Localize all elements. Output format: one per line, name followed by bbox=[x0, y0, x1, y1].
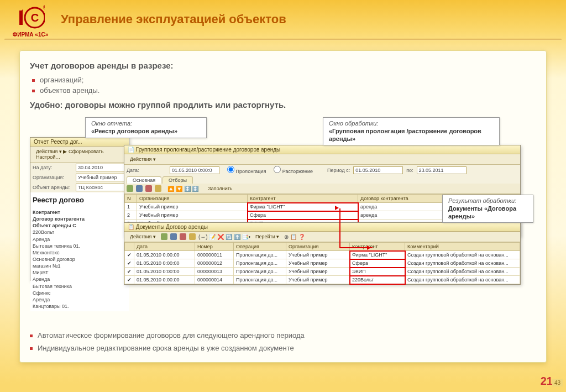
radio-terminate[interactable] bbox=[274, 166, 281, 173]
report-tree[interactable]: КонтрагентДоговор контрагента Объект аре… bbox=[30, 207, 129, 311]
callout-result: Результат обработки: Документы «Договора… bbox=[442, 195, 533, 223]
page-number-total: 43 bbox=[552, 379, 563, 386]
window-documents: 📋 Документы Договор аренды Действия ▾ (↔… bbox=[124, 222, 521, 285]
intro-item: организаций; bbox=[32, 75, 536, 85]
screenshots: Окно отчета: «Реестр договоров аренды» О… bbox=[30, 117, 536, 289]
tab-main[interactable]: Основная bbox=[127, 176, 161, 184]
callout-report: Окно отчета: «Реестр договоров аренды» bbox=[85, 117, 207, 138]
window-toolbar[interactable]: Действия ▾ ▶ Сформировать Настрой… bbox=[30, 147, 129, 163]
svg-text:®: ® bbox=[43, 5, 45, 11]
red-connector bbox=[339, 208, 340, 247]
window-title[interactable]: Отчет Реестр дог... bbox=[30, 138, 129, 147]
bullet-item: Индивидуальное редактирование срока арен… bbox=[30, 342, 536, 354]
window-title[interactable]: 📄 Групповая пролонгация/расторжение дого… bbox=[124, 145, 520, 154]
window-title[interactable]: 📋 Документы Договор аренды bbox=[124, 223, 520, 232]
page-number: 21 bbox=[541, 375, 553, 388]
bullet-item: Автоматическое формирование договоров дл… bbox=[30, 329, 536, 342]
radio-prolong[interactable] bbox=[227, 166, 234, 173]
table-row: ✔01.05.2010 0:00:00000000014Пролонгация … bbox=[125, 276, 520, 284]
copy-icon[interactable] bbox=[189, 233, 196, 240]
edit-icon[interactable] bbox=[170, 233, 177, 240]
goto-button[interactable]: Перейти ▾ bbox=[252, 233, 282, 241]
window-toolbar[interactable]: Действия ▾ bbox=[124, 154, 520, 165]
intro-item: объектов аренды. bbox=[32, 85, 536, 96]
tabs: Основная Отборы bbox=[124, 176, 520, 184]
slide-title: Управление эксплуатацией объектов bbox=[61, 12, 566, 27]
edit-icon[interactable] bbox=[136, 185, 143, 192]
del-icon[interactable] bbox=[145, 185, 152, 192]
documents-grid[interactable]: ДатаНомерОперацияОрганизацияКонтрагентКо… bbox=[124, 242, 520, 284]
logo-text: ФИРМА «1С» bbox=[0, 32, 61, 38]
bottom-bullets: Автоматическое формирование договоров дл… bbox=[30, 329, 536, 354]
red-connector bbox=[339, 247, 373, 248]
convenient-text: Удобно: договоры можно группой продлить … bbox=[30, 100, 536, 109]
table-row: ✔01.05.2010 0:00:00000000011Пролонгация … bbox=[125, 251, 520, 259]
slide-header: С ® ФИРМА «1С» Управление эксплуатацией … bbox=[0, 0, 566, 39]
del-icon[interactable] bbox=[180, 233, 186, 240]
window-toolbar[interactable]: Действия ▾ (↔) 📝 ❌ 🔃 ⬆️ 📑• Перейти ▾ ⊕ 📋… bbox=[124, 232, 520, 242]
intro-list: организаций; объектов аренды. bbox=[32, 75, 536, 96]
svg-text:С: С bbox=[31, 12, 39, 24]
logo-icon: С ® bbox=[16, 5, 45, 30]
grid-toolbar[interactable]: 🔼 🔽 ↕️ ↕️ Заполнить bbox=[124, 184, 520, 194]
copy-icon[interactable] bbox=[155, 185, 161, 192]
table-row: ✔01.05.2010 0:00:00000000013Пролонгация … bbox=[125, 268, 520, 276]
add-icon[interactable] bbox=[127, 185, 133, 192]
callout-processing: Окно обработки: «Групповая пролонгация /… bbox=[323, 117, 500, 145]
add-icon[interactable] bbox=[161, 233, 167, 240]
fill-button[interactable]: Заполнить bbox=[205, 185, 235, 192]
table-row: ✔01.05.2010 0:00:00000000012Пролонгация … bbox=[125, 259, 520, 268]
content-panel: Учет договоров аренды в разрезе: организ… bbox=[19, 50, 547, 363]
report-heading: Реестр догово bbox=[30, 192, 129, 207]
doc-icon: 📋 bbox=[128, 224, 134, 230]
intro-header: Учет договоров аренды в разрезе: bbox=[30, 61, 536, 70]
tab-filters[interactable]: Отборы bbox=[163, 176, 193, 184]
logo: С ® ФИРМА «1С» bbox=[0, 2, 61, 38]
doc-icon: 📄 bbox=[128, 147, 134, 153]
divider bbox=[4, 39, 562, 40]
window-report: Отчет Реестр дог... Действия ▾ ▶ Сформир… bbox=[30, 137, 129, 281]
